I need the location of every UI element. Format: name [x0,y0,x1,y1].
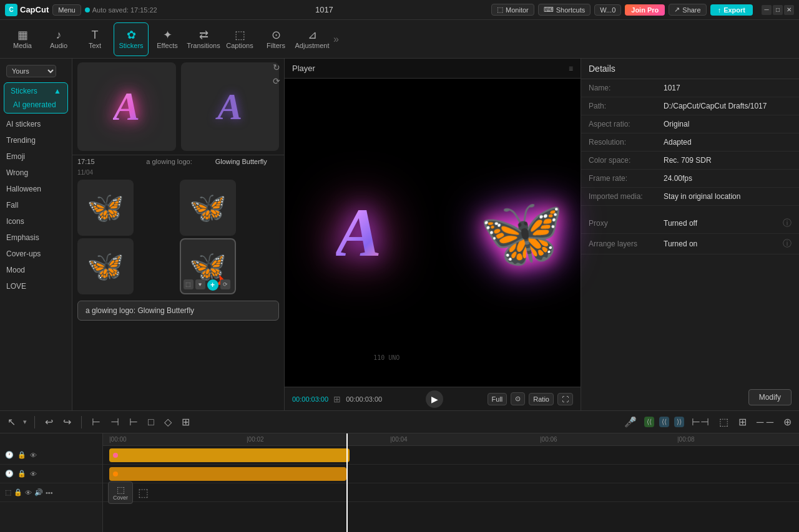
clip-nav-1[interactable]: ⟨⟨ [644,417,654,427]
tab-media[interactable]: ▦ Media [5,22,40,56]
sidebar-item-icons[interactable]: Icons [0,213,72,230]
screenshot-button[interactable]: ⊙ [511,392,525,405]
add-cover-icon[interactable]: ⬚ [138,486,149,500]
layout-button[interactable]: ⊞ [736,415,749,429]
player-menu-icon[interactable]: ≡ [569,64,573,73]
tab-stickers[interactable]: ✿ Stickers [114,22,149,56]
shortcuts-icon: ⌨ [544,6,554,14]
sidebar-item-fall[interactable]: Fall [0,197,72,213]
close-button[interactable]: ✕ [784,5,794,15]
split-button[interactable]: ⊢ [89,415,103,429]
undo-button[interactable]: ↩ [42,415,56,429]
tab-transitions[interactable]: ⇄ Transitions [186,22,221,56]
sticker-preview-a2[interactable]: A [181,62,280,151]
lock-icon-2[interactable]: 🔒 [17,470,26,478]
select-tool-button[interactable]: ↖ [5,415,18,429]
tab-filters[interactable]: ⊙ Filters [258,22,293,56]
add-track-button[interactable]: ⊕ [781,415,794,429]
shortcuts-button[interactable]: ⌨ Shortcuts [538,4,591,16]
menu-button[interactable]: Menu [52,4,81,16]
monitor-button[interactable]: ⬚ Monitor [491,4,534,16]
select-dropdown[interactable]: ▾ [23,418,27,426]
tab-audio[interactable]: ♪ Audio [41,22,76,56]
ruler-spacer [0,433,102,446]
full-quality-button[interactable]: Full [488,393,507,405]
expand-tabs-icon[interactable]: » [333,34,339,45]
sync-icon[interactable]: ⟳ [273,76,280,86]
minimize-button[interactable]: ─ [762,5,772,15]
timeline-playhead[interactable] [346,433,348,532]
sidebar-item-trending[interactable]: Trending [0,132,72,148]
more-icon-cover[interactable]: ••• [46,489,53,496]
eye-icon-1[interactable]: 👁 [30,452,37,459]
tab-adjustment[interactable]: ⊿ Adjustment [295,22,330,56]
eye-icon-2[interactable]: 👁 [30,470,37,478]
tab-effects[interactable]: ✦ Effects [150,22,185,56]
workspace-button[interactable]: W...0 [594,4,621,16]
sticker-action-copy[interactable]: ⬚ [184,279,194,289]
sticker-cell-2[interactable]: 🦋 [180,180,236,236]
mask-button[interactable]: ◇ [162,415,174,429]
track-clip-1[interactable] [109,448,350,462]
sidebar-item-wrong[interactable]: Wrong [0,165,72,181]
speed-button[interactable]: ─ ─ [754,415,776,429]
maximize-button[interactable]: □ [773,5,783,15]
sidebar-item-mood[interactable]: Mood [0,262,72,278]
sticker-action-fav[interactable]: ♥ [195,279,205,289]
redo-button[interactable]: ↪ [61,415,74,429]
track-clip-2[interactable] [109,467,346,481]
sticker-action-add[interactable]: + [207,279,218,291]
lock-icon-cover[interactable]: 🔒 [14,488,22,496]
proxy-info-icon[interactable]: ⓘ [783,218,792,229]
ruler-mark-3: |00:06 [540,436,557,443]
sidebar-item-ai-stickers[interactable]: AI stickers [0,116,72,132]
caption-button[interactable]: ⬚ [717,415,731,429]
sidebar-item-halloween[interactable]: Halloween [0,181,72,197]
trim-right-button[interactable]: ⊢ [127,415,140,429]
sticker-preview-a1[interactable]: A [77,62,176,151]
align-button[interactable]: ⊢⊣ [689,415,712,429]
export-button[interactable]: ↑ Export [710,4,753,16]
trim-left-button[interactable]: ⊣ [108,415,122,429]
player-time-section: 00:00:03:00 ⊞ 00:00:03:00 [292,394,382,404]
group-button[interactable]: ⊞ [179,415,192,429]
clip-nav-2[interactable]: ⟨⟨ [659,417,669,427]
tab-text[interactable]: T Text [77,22,112,56]
mic-button[interactable]: 🎤 [622,415,639,429]
arrange-info-icon[interactable]: ⓘ [783,238,792,249]
lock-icon-1[interactable]: 🔒 [17,451,26,459]
sticker-cell-4[interactable]: 🦋 ➤ ⬚ ♥ + ⟳ [180,238,236,294]
sticker-cell-1[interactable]: 🦋 [77,180,134,236]
sidebar-item-love[interactable]: LOVE [0,278,72,294]
ai-generated-item[interactable]: AI generated [4,98,67,112]
share-button[interactable]: ↗ Share [669,4,706,16]
eye-icon-cover[interactable]: 👁 [25,489,32,496]
main-content: Yours All Stickers ▲ AI generated AI sti… [0,59,799,410]
sidebar-item-emphasis[interactable]: Emphasis [0,230,72,246]
sticker-cell-3[interactable]: 🦋 [77,238,134,294]
sticker-prompt-bar[interactable]: a glowing logo: Glowing Butterfly [77,301,279,321]
sidebar-item-emoji[interactable]: Emoji [0,148,72,165]
sticker-action-refresh[interactable]: ⟳ [220,279,230,289]
cover-button[interactable]: ⬚ Cover [108,481,133,504]
topbar: C CapCut Menu Auto saved: 17:15:22 1017 … [0,0,799,20]
clip-nav-3[interactable]: ⟩⟩ [674,417,684,427]
sidebar-dropdown[interactable]: Yours All [0,62,72,80]
cover-icon: ⬚ [117,485,125,495]
timeline-grid-icon[interactable]: ⊞ [333,394,341,404]
app-name: CapCut [20,5,49,14]
crop-button[interactable]: □ [145,415,157,429]
modify-button[interactable]: Modify [748,389,792,405]
autosave-status: Auto saved: 17:15:22 [85,6,157,14]
join-pro-button[interactable]: Join Pro [625,4,665,16]
refresh-icon[interactable]: ↻ [273,62,280,72]
stickers-section-header[interactable]: Stickers ▲ [4,84,67,98]
volume-icon-cover[interactable]: 🔊 [34,488,43,496]
tab-captions[interactable]: ⬚ Captions [222,22,257,56]
ratio-button[interactable]: Ratio [529,393,554,405]
sidebar-item-cover-ups[interactable]: Cover-ups [0,246,72,262]
play-button[interactable]: ▶ [426,390,443,408]
yours-select[interactable]: Yours All [6,65,56,77]
fullscreen-button[interactable]: ⛶ [557,393,573,405]
export-icon: ↑ [718,6,722,14]
